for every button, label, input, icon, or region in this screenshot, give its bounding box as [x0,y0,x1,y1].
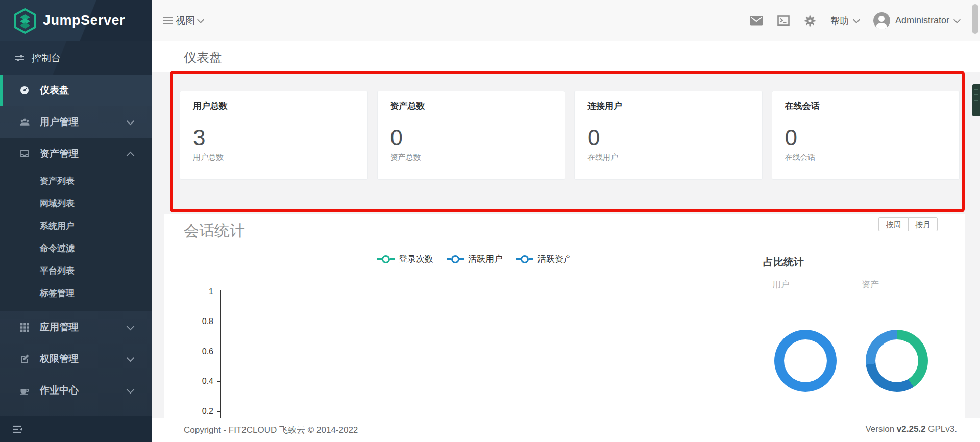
gear-icon[interactable] [804,15,816,27]
sidebar-subitem-system-users[interactable]: 系统用户 [0,214,152,237]
view-label: 视图 [176,14,195,28]
version-number: v2.25.2 [897,424,926,434]
y-tick-mark [217,292,221,292]
sidebar-menu: 仪表盘 用户管理 资产管理 [0,75,152,406]
card-sublabel: 资产总数 [390,153,421,162]
help-label: 帮助 [830,15,849,27]
copyright-text: Copyright - FIT2CLOUD 飞致云 © 2014-2022 [184,424,358,436]
stat-cards-row: 用户总数 3 用户总数 资产总数 0 资产总数 连接用户 0 在线用户 在线会话… [180,91,960,180]
sidebar-item-dashboard[interactable]: 仪表盘 [0,75,152,106]
jumpserver-logo-icon [13,8,37,34]
sidebar-subitem-command-filter[interactable]: 命令过滤 [0,237,152,259]
license-text: GPLv3. [928,424,957,434]
user-dropdown[interactable]: Administrator [873,12,960,29]
y-tick-label: 0.8 [191,316,213,327]
y-tick-label: 0.2 [191,406,213,416]
collapse-sidebar-button[interactable] [12,424,23,434]
chevron-down-icon [953,16,961,23]
scrollbar-thumb[interactable] [972,4,978,34]
card-sublabel: 用户总数 [193,153,224,162]
user-name: Administrator [895,15,949,26]
sidebar-item-label: 作业中心 [40,384,79,397]
stat-card-total-assets: 资产总数 0 资产总数 [377,91,566,180]
subitem-label: 网域列表 [40,198,75,209]
view-dropdown[interactable]: 视图 [163,0,203,41]
y-tick-label: 1 [191,287,213,297]
by-month-button[interactable]: 按月 [908,217,938,231]
subitem-label: 标签管理 [40,287,75,299]
y-tick-mark [217,381,221,382]
ratio-label-users: 用户 [772,279,790,290]
legend-label: 活跃用户 [468,253,503,265]
topbar: 视图 [152,0,980,41]
users-icon [18,117,31,127]
sidebar-item-label: 资产管理 [40,147,79,160]
stat-card-total-users: 用户总数 3 用户总数 [180,91,368,180]
version-prefix: Version [865,424,894,434]
card-title: 连接用户 [575,91,762,121]
sidebar-item-console[interactable]: 控制台 [0,41,152,75]
brand-name: JumpServer [43,13,125,29]
y-tick-mark [217,411,221,412]
sidebar-item-assets[interactable]: 资产管理 [0,138,152,169]
card-value: 0 [390,125,403,151]
range-button-group: 按周 按月 [878,217,938,231]
sidebar-subitem-label-management[interactable]: 标签管理 [0,282,152,304]
chevron-down-icon [127,323,135,331]
sidebar-subitem-domain-list[interactable]: 网域列表 [0,192,152,214]
by-week-button[interactable]: 按周 [878,217,908,231]
session-statistics-panel: 会话统计 按周 按月 登录次数 活跃用户 活跃资产 1 0.8 0.6 0.4 … [164,214,965,418]
sidebar-item-label: 仪表盘 [40,84,69,97]
page-title: 仪表盘 [184,49,222,66]
legend-item-active-users[interactable]: 活跃用户 [447,253,503,265]
sidebar-item-users[interactable]: 用户管理 [0,106,152,138]
chevron-down-icon [127,354,135,362]
legend-item-logins[interactable]: 登录次数 [377,253,433,265]
menu-icon [163,15,173,26]
ratio-label-assets: 资产 [862,279,879,290]
sidebar-subitem-asset-list[interactable]: 资产列表 [0,169,152,192]
sidebar-item-applications[interactable]: 应用管理 [0,311,152,343]
help-dropdown[interactable]: 帮助 [830,15,859,27]
page-heading: 仪表盘 [152,41,980,72]
sidebar-subitem-platform-list[interactable]: 平台列表 [0,259,152,282]
logo[interactable]: JumpServer [0,0,152,41]
mail-icon[interactable] [750,16,763,26]
edit-icon [18,354,31,364]
card-value: 0 [587,125,600,151]
legend-label: 活跃资产 [537,253,572,265]
sidebar-item-label: 应用管理 [40,321,79,334]
session-panel-title: 会话统计 [184,220,245,241]
sidebar-item-permissions[interactable]: 权限管理 [0,343,152,375]
edge-tab-widget[interactable] [972,84,980,116]
chevron-down-icon [853,16,860,23]
y-tick-label: 0.6 [191,347,213,357]
subitem-label: 平台列表 [40,265,75,277]
sidebar: JumpServer 控制台 仪表盘 [0,0,152,442]
sidebar-item-label: 权限管理 [40,352,79,365]
subitem-label: 系统用户 [40,220,75,232]
stat-card-online-sessions: 在线会话 0 在线会话 [772,91,960,180]
chevron-down-icon [127,386,135,394]
y-axis-line [220,290,221,418]
stat-card-connected-users: 连接用户 0 在线用户 [574,91,763,180]
chevron-down-icon [197,16,204,23]
donut-chart-users [774,330,837,392]
sidebar-item-label: 用户管理 [40,115,79,129]
sidebar-item-job-center[interactable]: 作业中心 [0,375,152,406]
y-tick-label: 0.4 [191,376,213,386]
legend-item-active-assets[interactable]: 活跃资产 [516,253,572,265]
avatar [873,12,890,29]
web-terminal-icon[interactable] [777,15,790,26]
ratio-title: 占比统计 [763,255,804,269]
legend-marker-icon [447,255,464,263]
sidebar-item-label: 控制台 [32,52,61,65]
chart-legend: 登录次数 活跃用户 活跃资产 [377,253,572,265]
y-tick-mark [217,322,221,322]
card-title: 在线会话 [772,91,960,121]
topbar-right: 帮助 Administrator [750,0,960,41]
subitem-label: 命令过滤 [40,242,75,254]
version-text: Version v2.25.2 GPLv3. [865,424,957,434]
inbox-icon [18,149,31,159]
chevron-up-icon [127,152,135,160]
